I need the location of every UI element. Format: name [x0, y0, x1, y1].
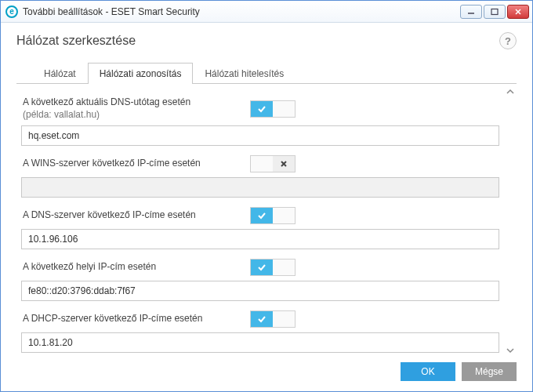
row-gateway-ip: Az átjáró következő IP-címe esetén	[21, 358, 499, 360]
titlebar: e További beállítások - ESET Smart Secur…	[1, 1, 532, 23]
page-header: Hálózat szerkesztése ?	[1, 23, 532, 56]
page-title: Hálózat szerkesztése	[16, 34, 136, 48]
settings-list: A következő aktuális DNS-utótag esetén (…	[16, 84, 504, 360]
label-wins-ip: A WINS-szerver következő IP-címe esetén	[23, 158, 250, 170]
tab-network-authentication[interactable]: Hálózati hitelesítés	[193, 63, 296, 84]
eset-logo-icon: e	[5, 5, 18, 18]
chevron-up-icon[interactable]	[506, 87, 514, 98]
cancel-button[interactable]: Mégse	[462, 362, 517, 381]
toggle-local-ip[interactable]	[250, 259, 296, 276]
vertical-scrollbar[interactable]	[504, 84, 517, 360]
toggle-wins-ip[interactable]	[250, 155, 296, 172]
scroll-track[interactable]	[508, 98, 513, 346]
close-button[interactable]	[507, 5, 529, 19]
svg-rect-0	[491, 9, 498, 14]
tab-network-identification[interactable]: Hálózati azonosítás	[88, 63, 194, 84]
check-icon	[251, 208, 273, 223]
toggle-dns-suffix[interactable]	[250, 100, 296, 118]
label-local-ip: A következő helyi IP-cím esetén	[23, 261, 250, 274]
row-dns-ip: A DNS-szerver következő IP-címe esetén	[21, 202, 499, 227]
app-window: e További beállítások - ESET Smart Secur…	[0, 0, 533, 392]
ok-button[interactable]: OK	[401, 362, 455, 381]
label-dns-suffix-main: A következő aktuális DNS-utótag esetén	[23, 96, 190, 107]
minimize-button[interactable]	[460, 5, 482, 19]
input-dhcp-ip[interactable]	[21, 332, 499, 353]
label-dns-suffix: A következő aktuális DNS-utótag esetén (…	[23, 96, 250, 121]
check-icon	[251, 260, 273, 275]
settings-scroll-area: A következő aktuális DNS-utótag esetén (…	[16, 84, 517, 360]
label-dns-suffix-example: (példa: vallalat.hu)	[23, 109, 250, 122]
label-dns-ip: A DNS-szerver következő IP-címe esetén	[23, 209, 250, 222]
maximize-button[interactable]	[484, 5, 506, 19]
row-wins-ip: A WINS-szerver következő IP-címe esetén	[21, 151, 499, 176]
check-icon	[251, 101, 273, 117]
input-dns-ip[interactable]	[21, 229, 499, 249]
chevron-down-icon[interactable]	[506, 346, 514, 357]
label-dhcp-ip: A DHCP-szerver következő IP-címe esetén	[23, 313, 250, 325]
check-icon	[251, 311, 273, 327]
input-dns-suffix[interactable]	[21, 125, 499, 146]
input-local-ip[interactable]	[21, 281, 499, 301]
window-controls	[460, 5, 529, 19]
toggle-dns-ip[interactable]	[250, 207, 296, 224]
tab-network[interactable]: Hálózat	[32, 63, 88, 84]
dialog-footer: OK Mégse	[1, 360, 532, 391]
window-title: További beállítások - ESET Smart Securit…	[23, 6, 460, 17]
help-button[interactable]: ?	[499, 32, 517, 49]
row-dhcp-ip: A DHCP-szerver következő IP-címe esetén	[21, 306, 499, 331]
tab-bar: Hálózat Hálózati azonosítás Hálózati hit…	[16, 60, 517, 84]
row-dns-suffix: A következő aktuális DNS-utótag esetén (…	[21, 92, 499, 124]
x-icon	[273, 156, 295, 172]
row-local-ip: A következő helyi IP-cím esetén	[21, 254, 499, 279]
input-wins-ip[interactable]	[21, 177, 499, 198]
toggle-dhcp-ip[interactable]	[250, 310, 296, 328]
